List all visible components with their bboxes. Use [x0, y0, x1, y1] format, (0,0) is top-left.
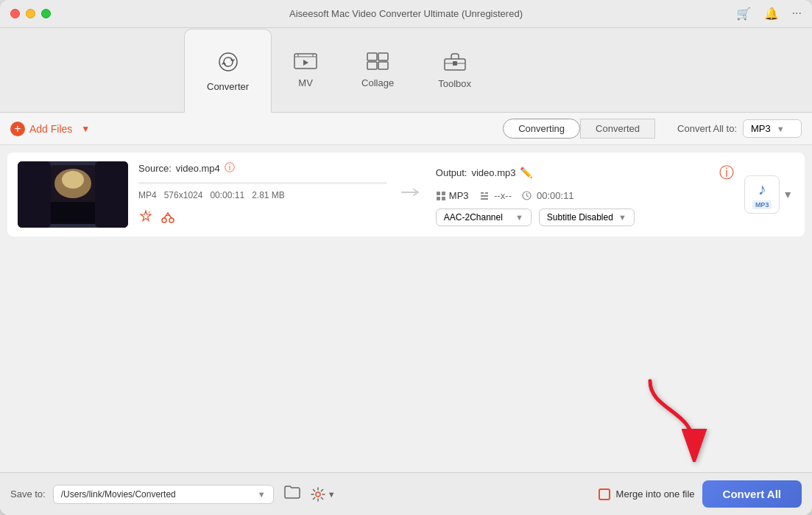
tab-converter[interactable]: Converter	[184, 29, 272, 113]
merge-label: Merge into one file	[616, 488, 695, 500]
source-label: Source:	[138, 163, 172, 174]
tab-collage-label: Collage	[361, 77, 394, 88]
svg-rect-18	[437, 192, 440, 195]
save-path-arrow-icon: ▼	[258, 490, 266, 499]
subtitle-arrow-icon: ▼	[618, 213, 626, 222]
file-size: 2.81 MB	[252, 190, 285, 200]
file-actions	[138, 209, 387, 228]
svg-rect-15	[95, 161, 128, 228]
file-format: MP4	[138, 190, 157, 200]
file-item: Source: video.mp4 ⓘ MP4 576x1024 00:00:1…	[7, 153, 805, 237]
thumbnail	[18, 161, 128, 228]
arrow-separator	[398, 185, 426, 204]
audio-channel-arrow-icon: ▼	[515, 213, 523, 222]
converter-icon	[216, 50, 240, 77]
tab-toolbox[interactable]: Toolbox	[416, 28, 493, 112]
output-format: MP3	[449, 190, 469, 201]
merge-checkbox-area[interactable]: Merge into one file	[599, 488, 695, 500]
output-res-section: --x--	[479, 190, 512, 202]
convert-all-to-label: Convert All to:	[677, 123, 737, 134]
svg-rect-13	[51, 202, 95, 224]
format-icon-box: ♪ MP3 ▼	[744, 175, 794, 214]
audio-channel-value: AAC-2Channel	[444, 212, 503, 223]
format-icon: ♪ MP3	[744, 175, 780, 214]
minimize-button[interactable]	[26, 9, 35, 18]
title-bar: Aiseesoft Mac Video Converter Ultimate (…	[0, 0, 812, 28]
toolbar: + Add Files ▼ Converting Converted Conve…	[0, 113, 812, 145]
output-info-icon[interactable]: ⓘ	[719, 163, 734, 183]
tab-toolbox-label: Toolbox	[438, 78, 471, 89]
svg-point-24	[316, 492, 320, 497]
svg-rect-3	[378, 53, 388, 60]
nav-tabs: Converter MV	[0, 28, 812, 113]
mv-icon	[294, 52, 317, 73]
file-info: Source: video.mp4 ⓘ MP4 576x1024 00:00:1…	[138, 161, 387, 228]
save-to-label: Save to:	[10, 488, 46, 500]
file-meta: MP4 576x1024 00:00:11 2.81 MB	[138, 190, 387, 200]
converting-tab[interactable]: Converting	[503, 119, 580, 139]
collage-icon	[367, 52, 389, 73]
source-info-icon[interactable]: ⓘ	[225, 161, 235, 175]
output-info: Output: video.mp3 ✏️ ⓘ MP3	[436, 163, 734, 227]
svg-rect-19	[442, 192, 445, 195]
maximize-button[interactable]	[41, 9, 51, 18]
settings-arrow-icon: ▼	[328, 490, 336, 499]
output-res: --x--	[494, 190, 512, 201]
title-bar-actions: 🛒 🔔 ···	[736, 7, 802, 21]
output-header: Output: video.mp3 ✏️ ⓘ	[436, 163, 734, 183]
traffic-lights	[10, 9, 51, 18]
svg-point-16	[162, 218, 166, 223]
cart-icon[interactable]: 🛒	[736, 7, 751, 21]
file-resolution: 576x1024	[164, 190, 203, 200]
progress-bar	[138, 182, 387, 184]
mp3-label: MP3	[752, 200, 772, 209]
output-duration: 00:00:11	[537, 190, 574, 201]
svg-point-0	[219, 53, 237, 71]
svg-rect-21	[442, 197, 445, 200]
cut-icon[interactable]	[160, 209, 175, 228]
edit-output-icon[interactable]: ✏️	[520, 167, 532, 178]
format-dropdown-arrow-icon: ▼	[777, 125, 785, 133]
folder-button[interactable]	[281, 483, 303, 505]
add-files-dropdown-arrow[interactable]: ▼	[80, 122, 91, 136]
bottom-bar: Save to: /Users/link/Movies/Converted ▼ …	[0, 472, 812, 515]
add-files-plus-icon: +	[10, 122, 25, 136]
format-icon-dropdown-btn[interactable]: ▼	[781, 187, 794, 202]
merge-checkbox-box[interactable]	[599, 488, 610, 500]
converted-tab[interactable]: Converted	[580, 119, 655, 139]
source-filename: video.mp4	[176, 163, 220, 174]
main-window: Aiseesoft Mac Video Converter Ultimate (…	[0, 0, 812, 515]
convert-all-button[interactable]: Convert All	[702, 480, 802, 508]
add-files-label: Add Files	[29, 123, 72, 135]
enhance-icon[interactable]	[138, 209, 153, 228]
music-note-icon: ♪	[758, 180, 766, 199]
output-format-row: MP3 --x--	[436, 190, 734, 202]
svg-point-12	[62, 171, 84, 189]
window-title: Aiseesoft Mac Video Converter Ultimate (…	[289, 8, 523, 19]
svg-point-17	[169, 218, 174, 223]
tab-mv[interactable]: MV	[272, 28, 339, 112]
format-selected: MP3	[751, 123, 771, 134]
save-path-text: /Users/link/Movies/Converted	[61, 489, 253, 500]
svg-rect-14	[18, 161, 51, 228]
audio-channel-dropdown[interactable]: AAC-2Channel ▼	[436, 209, 532, 226]
subtitle-dropdown[interactable]: Subtitle Disabled ▼	[539, 209, 635, 226]
save-path-dropdown[interactable]: /Users/link/Movies/Converted ▼	[53, 485, 274, 504]
output-label: Output:	[436, 167, 467, 178]
tab-collage[interactable]: Collage	[339, 28, 416, 112]
tab-mv-label: MV	[298, 77, 313, 88]
output-format-badge: MP3	[436, 190, 469, 201]
tab-converter-label: Converter	[207, 81, 249, 92]
close-button[interactable]	[10, 9, 20, 18]
convert-all-to: Convert All to: MP3 ▼	[677, 119, 802, 138]
output-name: Output: video.mp3 ✏️	[436, 167, 533, 178]
bell-icon[interactable]: 🔔	[764, 7, 779, 21]
add-files-button[interactable]: + Add Files	[10, 122, 72, 136]
menu-icon[interactable]: ···	[792, 7, 802, 21]
output-duration-section: 00:00:11	[522, 190, 574, 201]
file-source: Source: video.mp4 ⓘ	[138, 161, 387, 175]
format-dropdown[interactable]: MP3 ▼	[743, 119, 802, 138]
file-duration: 00:00:11	[210, 190, 244, 200]
settings-button[interactable]: ▼	[311, 487, 336, 502]
svg-rect-20	[437, 197, 440, 200]
